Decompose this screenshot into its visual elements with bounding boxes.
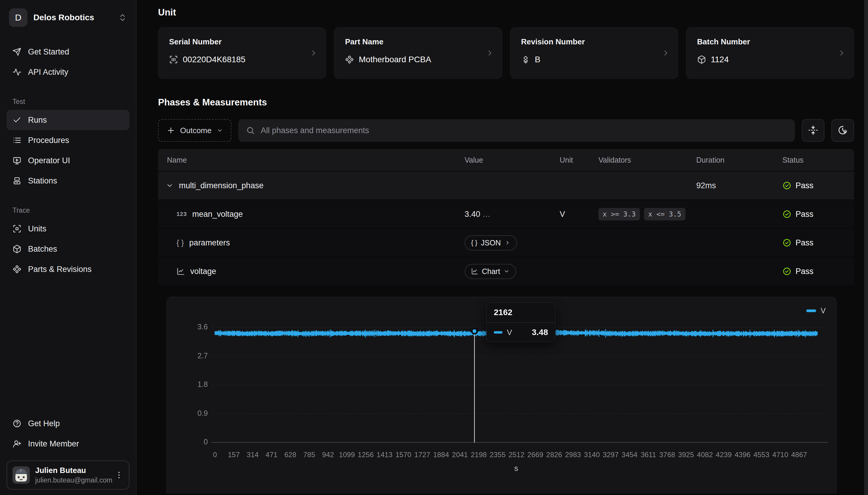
activity-icon: [13, 68, 21, 76]
workspace-switcher[interactable]: D Delos Robotics: [6, 6, 129, 29]
sidebar-item-operator-ui[interactable]: Operator UI: [6, 150, 129, 171]
measurement-value: 3.40 …: [464, 210, 491, 219]
chart-line-icon: [177, 267, 185, 275]
workspace-avatar: D: [9, 8, 28, 27]
cell-duration: 92ms: [696, 181, 782, 190]
column-header-unit: Unit: [560, 156, 599, 165]
voltage-chart-card: V 2162 V 3.48: [166, 297, 837, 493]
page-scrollbar[interactable]: [864, 0, 868, 495]
unit-card-serial-number[interactable]: Serial Number 00220D4K68185: [158, 28, 326, 79]
status-label: Pass: [796, 181, 814, 190]
card-value: 00220D4K68185: [183, 55, 245, 64]
sidebar-item-label: Batches: [28, 244, 57, 254]
chevron-right-icon: [662, 49, 670, 57]
chevron-right-icon: [838, 49, 846, 57]
card-label: Part Name: [345, 37, 491, 47]
table-row-multi_dimension_phase[interactable]: multi_dimension_phase 92ms Pass: [158, 171, 854, 200]
search-input[interactable]: [260, 126, 787, 136]
json-pill-button[interactable]: { }JSON: [464, 235, 517, 251]
sidebar-item-procedures[interactable]: Procedures: [6, 130, 129, 150]
cell-status: Pass: [782, 210, 854, 219]
sidebar-item-stations[interactable]: Stations: [6, 171, 129, 191]
sidebar-item-get-help[interactable]: Get Help: [6, 413, 129, 434]
sidebar-item-invite-member[interactable]: Invite Member: [6, 434, 129, 454]
component-icon: [13, 265, 21, 274]
chevron-right-icon: [505, 240, 510, 246]
cell-value: Chart: [464, 264, 560, 279]
card-label: Serial Number: [169, 37, 315, 47]
user-name: Julien Buteau: [35, 466, 109, 475]
chart-pill-button[interactable]: Chart: [464, 264, 516, 279]
table-header: NameValueUnitValidatorsDurationStatus: [158, 149, 854, 171]
sidebar-item-label: API Activity: [28, 68, 68, 77]
table-row-mean_voltage[interactable]: 123mean_voltage 3.40 … V x >= 3.3x <= 3.…: [158, 200, 854, 228]
sidebar-footer: Get Help Invite Member J: [6, 413, 129, 490]
help-circle-icon: [13, 419, 21, 428]
table-row-voltage[interactable]: voltage Chart Pass: [158, 257, 854, 285]
pass-check-icon: [782, 238, 791, 247]
sidebar-item-parts-revisions[interactable]: Parts & Revisions: [6, 259, 129, 279]
sidebar-item-units[interactable]: Units: [6, 219, 129, 239]
sidebar-item-label: Parts & Revisions: [28, 265, 92, 274]
braces-icon: { }: [177, 238, 184, 248]
measurements-table: NameValueUnitValidatorsDurationStatus mu…: [158, 149, 854, 285]
sidebar-item-batches[interactable]: Batches: [6, 239, 129, 259]
sidebar-section-label: Trace: [6, 206, 129, 215]
status-badge: Pass: [782, 267, 854, 276]
search-icon: [246, 126, 255, 135]
chevron-right-icon: [486, 49, 494, 57]
chevron-right-icon: [310, 49, 318, 57]
legend-series-label: V: [821, 306, 826, 315]
collapse-all-button[interactable]: [802, 119, 824, 142]
status-label: Pass: [796, 210, 814, 219]
main-content: Unit Serial Number 00220D4K68185 Part Na…: [136, 0, 868, 495]
pass-check-icon: [782, 181, 791, 190]
send-icon: [13, 47, 21, 56]
page-title: Unit: [158, 7, 854, 18]
monitor-play-icon: [13, 156, 21, 165]
braces-icon: { }: [471, 239, 477, 246]
search-bar[interactable]: [238, 119, 795, 142]
user-card[interactable]: Julien Buteau julien.buteau@gmail.com: [6, 460, 129, 490]
column-header-name: Name: [158, 156, 464, 165]
history-button[interactable]: [831, 119, 854, 142]
plus-icon: [166, 126, 175, 135]
app-root: D Delos Robotics Get Started API Activit…: [0, 0, 868, 495]
tooltip-series-value: 3.48: [532, 328, 548, 337]
status-label: Pass: [796, 267, 814, 276]
outcome-filter-button[interactable]: Outcome: [158, 119, 231, 142]
status-badge: Pass: [782, 181, 854, 190]
cell-validators: x >= 3.3x <= 3.5: [599, 208, 696, 220]
status-badge: Pass: [782, 210, 854, 219]
unit-card-revision-number[interactable]: Revision Number B: [510, 28, 678, 79]
unit-card-batch-number[interactable]: Batch Number 1124: [686, 28, 854, 79]
tooltip-series-name: V: [507, 328, 512, 337]
unit-cards-row: Serial Number 00220D4K68185 Part Name Mo…: [158, 28, 854, 79]
pass-check-icon: [782, 210, 791, 219]
user-menu-kebab-icon[interactable]: [115, 471, 124, 479]
sidebar-item-api-activity[interactable]: API Activity: [6, 62, 129, 82]
scan-barcode-icon: [169, 55, 178, 64]
sidebar-nav: Get Started API Activity Test Runs Proce…: [6, 42, 129, 279]
chart-line-icon: [471, 268, 478, 275]
chevron-down-icon: [504, 268, 510, 274]
filter-row: Outcome: [158, 119, 854, 142]
numeric-measurement-icon: 123: [177, 211, 187, 218]
unit-card-part-name[interactable]: Part Name Motherboard PCBA: [334, 28, 502, 79]
phases-heading: Phases & Measurements: [158, 97, 854, 108]
table-row-parameters[interactable]: { }parameters { }JSON Pass: [158, 228, 854, 257]
sidebar-item-runs[interactable]: Runs: [6, 110, 129, 130]
status-label: Pass: [796, 238, 814, 248]
sidebar-item-label: Get Started: [28, 47, 69, 56]
sidebar-item-get-started[interactable]: Get Started: [6, 42, 129, 62]
card-label: Batch Number: [697, 37, 843, 47]
workspace-name: Delos Robotics: [33, 13, 94, 22]
column-header-value: Value: [464, 156, 560, 165]
column-header-validators: Validators: [599, 156, 696, 165]
sidebar-item-label: Invite Member: [28, 439, 79, 448]
validator-chip: x >= 3.3: [599, 208, 640, 220]
row-name: multi_dimension_phase: [179, 181, 264, 190]
card-value: B: [535, 55, 541, 64]
chevrons-up-down-icon: [118, 13, 127, 22]
layers-diamond-icon: [521, 55, 530, 64]
